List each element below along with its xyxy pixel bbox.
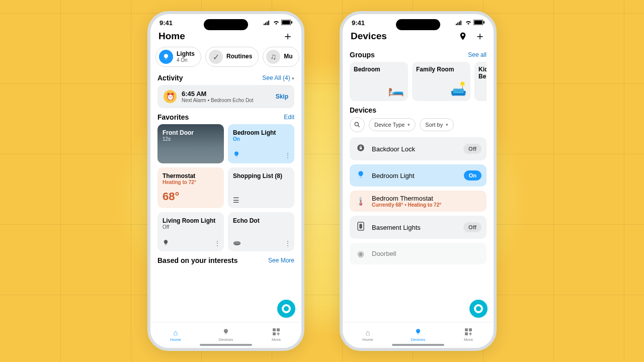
check-clock-icon: ✓ <box>209 50 223 64</box>
see-all-link[interactable]: See all <box>468 51 487 58</box>
header: Devices ＋ <box>343 28 494 47</box>
svg-rect-27 <box>465 332 468 335</box>
activity-alarm-card[interactable]: ⏰ 6:45 AM Next Alarm • Bedroom Echo Dot … <box>157 85 294 108</box>
tab-home[interactable]: ⌂Home <box>150 322 201 348</box>
signal-icon <box>264 19 271 27</box>
kebab-icon[interactable]: ⋮ <box>284 239 291 247</box>
switch-icon <box>355 222 367 233</box>
favorite-living-light-card[interactable]: Living Room Light Off ⋮ <box>157 212 224 251</box>
svg-rect-1 <box>265 23 266 25</box>
chevron-down-icon: ▾ <box>446 122 448 127</box>
svg-point-8 <box>233 241 240 244</box>
status-time: 9:41 <box>352 19 365 27</box>
page-title: Devices <box>351 31 387 42</box>
bedroom-illustration-icon: 🛏️ <box>388 81 404 97</box>
bulb-icon <box>222 328 229 337</box>
svg-rect-5 <box>282 21 290 25</box>
battery-icon <box>281 19 292 27</box>
state-pill[interactable]: Off <box>463 222 481 232</box>
notch <box>204 19 248 30</box>
grid-plus-icon <box>465 328 472 337</box>
svg-rect-10 <box>277 328 280 331</box>
wifi-icon <box>273 19 280 27</box>
alarm-icon: ⏰ <box>164 90 177 103</box>
favorite-camera-card[interactable]: Front Door 12s <box>157 124 224 163</box>
list-icon: ☰ <box>233 196 239 204</box>
device-row-doorbell[interactable]: ◉ Doorbell <box>350 243 487 264</box>
group-card-family-room[interactable]: Family Room 🛋️ <box>412 62 470 101</box>
svg-rect-0 <box>264 24 265 25</box>
svg-rect-18 <box>484 21 485 24</box>
sort-by[interactable]: Sort by▾ <box>420 118 454 131</box>
section-title: Groups <box>350 51 375 59</box>
svg-line-20 <box>358 126 360 127</box>
see-more-link[interactable]: See More <box>268 257 294 264</box>
svg-rect-3 <box>268 21 269 25</box>
alarm-time: 6:45 AM <box>182 90 271 98</box>
state-pill[interactable]: Off <box>463 144 481 154</box>
device-row-basement-lights[interactable]: Basement Lights Off <box>350 216 487 239</box>
tab-home[interactable]: ⌂Home <box>343 322 393 348</box>
favorite-bedroom-light-card[interactable]: Bedroom Light On ⋮ <box>228 124 294 163</box>
alexa-fab[interactable] <box>469 300 488 318</box>
add-button[interactable]: ＋ <box>282 31 293 42</box>
phone-home-screen: 9:41 Home ＋ Lights4 On <box>147 11 304 351</box>
tab-more[interactable]: More <box>251 322 301 348</box>
battery-icon <box>473 19 485 27</box>
state-pill[interactable]: On <box>464 170 481 180</box>
device-row-bedroom-thermostat[interactable]: 🌡️ Bedroom Thermostat Currently 68° • He… <box>350 191 487 212</box>
activity-section: Activity See All (4) ▾ ⏰ 6:45 AM Next Al… <box>150 70 301 109</box>
edit-link[interactable]: Edit <box>284 114 294 121</box>
svg-rect-24 <box>360 224 362 228</box>
chip-music[interactable]: ♫ Mu <box>263 47 299 67</box>
notch <box>396 19 440 30</box>
chip-routines[interactable]: ✓ Routines <box>205 47 259 67</box>
signal-icon <box>456 19 463 27</box>
svg-rect-25 <box>465 328 468 331</box>
header: Home ＋ <box>150 28 301 47</box>
chevron-down-icon: ▾ <box>292 76 294 81</box>
kebab-icon[interactable]: ⋮ <box>284 151 291 159</box>
section-title: Activity <box>157 74 183 82</box>
tab-more[interactable]: More <box>443 322 494 348</box>
chip-lights[interactable]: Lights4 On <box>155 47 201 67</box>
page-title: Home <box>158 31 185 42</box>
favorite-shopping-card[interactable]: Shopping List (8) ☰ <box>228 167 294 208</box>
svg-rect-13 <box>457 23 458 25</box>
home-indicator <box>200 344 252 346</box>
alexa-fab[interactable] <box>277 300 295 318</box>
favorite-thermostat-card[interactable]: Thermostat Heating to 72° 68° <box>157 167 224 208</box>
sofa-illustration-icon: 🛋️ <box>450 81 466 97</box>
chip-label: Mu <box>284 53 292 60</box>
wifi-icon <box>465 19 472 27</box>
device-row-backdoor-lock[interactable]: Backdoor Lock Off <box>350 137 487 160</box>
svg-rect-2 <box>267 22 268 25</box>
devices-section: Devices Device Type▾ Sort by▾ Backdoor L… <box>343 102 494 265</box>
group-card-kids-bedroom[interactable]: Kids Be <box>474 62 487 101</box>
device-row-bedroom-light[interactable]: Bedroom Light On <box>350 164 487 187</box>
doorbell-icon: ◉ <box>355 249 367 258</box>
search-button[interactable] <box>350 117 365 132</box>
group-card-bedroom[interactable]: Bedroom 🛏️ <box>350 62 408 101</box>
see-all-link[interactable]: See All (4) ▾ <box>262 74 294 81</box>
location-pin-icon[interactable] <box>458 32 467 41</box>
chip-label: Lights <box>177 51 195 57</box>
alarm-sub: Next Alarm • Bedroom Echo Dot <box>182 98 271 103</box>
bulb-icon <box>355 170 367 180</box>
filter-device-type[interactable]: Device Type▾ <box>369 118 416 131</box>
skip-button[interactable]: Skip <box>276 93 288 100</box>
status-icons <box>264 19 292 27</box>
alexa-ring-icon <box>282 304 291 313</box>
thermometer-icon: 🌡️ <box>355 197 367 206</box>
kebab-icon[interactable]: ⋮ <box>214 239 221 247</box>
category-chips-row: Lights4 On ✓ Routines ♫ Mu <box>150 47 301 70</box>
chevron-down-icon: ▾ <box>408 122 410 127</box>
svg-rect-6 <box>291 21 292 24</box>
grid-plus-icon <box>273 328 280 337</box>
svg-rect-17 <box>474 21 482 25</box>
svg-rect-14 <box>459 22 460 25</box>
add-button[interactable]: ＋ <box>474 31 486 42</box>
svg-rect-11 <box>273 332 276 335</box>
favorite-echo-card[interactable]: Echo Dot ⋮ <box>228 212 294 251</box>
section-title: Devices <box>350 106 376 114</box>
